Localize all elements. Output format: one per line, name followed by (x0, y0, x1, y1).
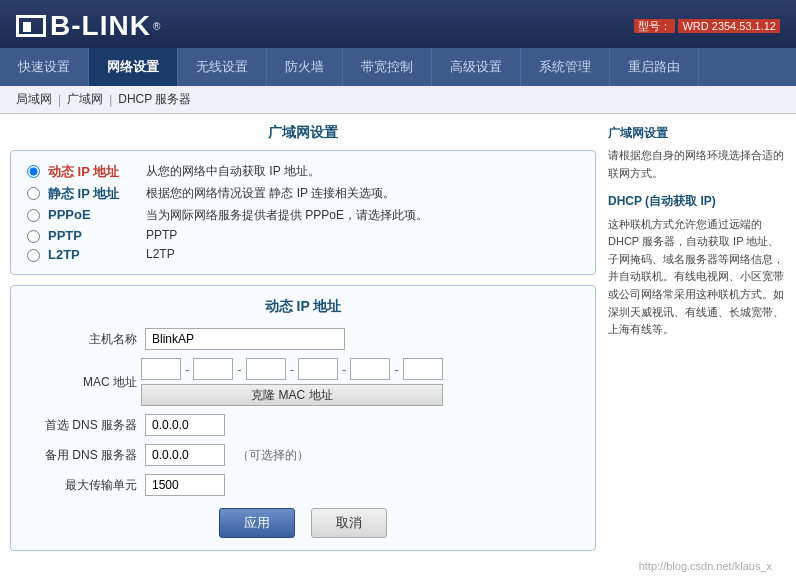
nav-advanced-settings[interactable]: 高级设置 (432, 48, 521, 86)
mac-sep-2: - (237, 362, 241, 377)
nav-quick-setup[interactable]: 快速设置 (0, 48, 89, 86)
mac-fields: - - - - - (141, 358, 443, 380)
header-info: 型号： WRD 2354.53.1.12 (634, 19, 780, 34)
breadcrumb: 局域网 | 广域网 | DHCP 服务器 (0, 86, 796, 114)
hostname-label: 主机名称 (27, 331, 137, 348)
header: B-LINK ® 型号： WRD 2354.53.1.12 (0, 0, 796, 48)
logo-text: B-LINK (50, 10, 151, 42)
breadcrumb-lan[interactable]: 局域网 (16, 91, 52, 108)
mac-field-3[interactable] (246, 358, 286, 380)
mac-row: MAC 地址 - - - - - 克隆 M (27, 358, 579, 406)
sidebar-title-wan: 广域网设置 (608, 124, 786, 143)
device-model: WRD 2354.53.1.12 (678, 19, 780, 33)
nav-bandwidth-control[interactable]: 带宽控制 (343, 48, 432, 86)
nav-reboot[interactable]: 重启路由 (610, 48, 699, 86)
dynamic-ip-section: 动态 IP 地址 主机名称 MAC 地址 - - - (10, 285, 596, 551)
primary-dns-label: 首选 DNS 服务器 (27, 417, 137, 434)
wan-label-dynamic-ip: 动态 IP 地址 (48, 163, 138, 181)
sidebar-title-dhcp: DHCP (自动获取 IP) (608, 192, 786, 211)
dynamic-ip-title: 动态 IP 地址 (27, 298, 579, 316)
main-content: 广域网设置 动态 IP 地址 从您的网络中自动获取 IP 地址。 静态 IP 地… (0, 114, 796, 561)
secondary-dns-input[interactable] (145, 444, 225, 466)
wan-option-l2tp: L2TP L2TP (27, 247, 579, 262)
wan-label-pptp: PPTP (48, 228, 138, 243)
wan-desc-pptp: PPTP (146, 228, 177, 242)
wan-desc-dynamic-ip: 从您的网络中自动获取 IP 地址。 (146, 163, 320, 180)
footer-url: http://blog.csdn.net/klaus_x (639, 560, 772, 572)
nav-system-management[interactable]: 系统管理 (521, 48, 610, 86)
wan-radio-l2tp[interactable] (27, 249, 40, 262)
mac-field-1[interactable] (141, 358, 181, 380)
wan-radio-static-ip[interactable] (27, 187, 40, 200)
mac-label: MAC 地址 (27, 374, 137, 391)
wan-label-static-ip: 静态 IP 地址 (48, 185, 138, 203)
sidebar-text-dhcp: 这种联机方式允许您通过远端的 DHCP 服务器，自动获取 IP 地址、子网掩码、… (608, 216, 786, 339)
nav-wireless-settings[interactable]: 无线设置 (178, 48, 267, 86)
wan-option-pppoe: PPPoE 当为网际网络服务提供者提供 PPPoE，请选择此项。 (27, 207, 579, 224)
hostname-input[interactable] (145, 328, 345, 350)
breadcrumb-wan[interactable]: 广域网 (67, 91, 103, 108)
nav-network-settings[interactable]: 网络设置 (89, 48, 178, 86)
device-label: 型号： (634, 19, 675, 33)
left-panel: 广域网设置 动态 IP 地址 从您的网络中自动获取 IP 地址。 静态 IP 地… (10, 124, 596, 551)
footer: http://blog.csdn.net/klaus_x (623, 556, 788, 576)
mtu-input[interactable] (145, 474, 225, 496)
secondary-dns-label: 备用 DNS 服务器 (27, 447, 137, 464)
mac-field-4[interactable] (298, 358, 338, 380)
nav-firewall[interactable]: 防火墙 (267, 48, 343, 86)
wan-desc-pppoe: 当为网际网络服务提供者提供 PPPoE，请选择此项。 (146, 207, 428, 224)
wan-option-pptp: PPTP PPTP (27, 228, 579, 243)
wan-desc-l2tp: L2TP (146, 247, 175, 261)
breadcrumb-sep-2: | (109, 93, 112, 107)
primary-dns-row: 首选 DNS 服务器 (27, 414, 579, 436)
logo: B-LINK ® (16, 10, 160, 42)
wan-label-pppoe: PPPoE (48, 207, 138, 222)
mac-sep-4: - (342, 362, 346, 377)
clone-mac-button[interactable]: 克隆 MAC 地址 (141, 384, 443, 406)
sidebar-text-wan: 请根据您自身的网络环境选择合适的联网方式。 (608, 147, 786, 182)
mtu-label: 最大传输单元 (27, 477, 137, 494)
mac-sep-3: - (290, 362, 294, 377)
breadcrumb-dhcp: DHCP 服务器 (118, 91, 191, 108)
wan-settings-title: 广域网设置 (10, 124, 596, 142)
wan-label-l2tp: L2TP (48, 247, 138, 262)
primary-dns-input[interactable] (145, 414, 225, 436)
mac-field-5[interactable] (350, 358, 390, 380)
wan-radio-pptp[interactable] (27, 230, 40, 243)
wan-radio-group: 动态 IP 地址 从您的网络中自动获取 IP 地址。 静态 IP 地址 根据您的… (27, 163, 579, 262)
wan-radio-pppoe[interactable] (27, 209, 40, 222)
hostname-row: 主机名称 (27, 328, 579, 350)
action-row: 应用 取消 (27, 508, 579, 538)
right-sidebar: 广域网设置 请根据您自身的网络环境选择合适的联网方式。 DHCP (自动获取 I… (596, 124, 786, 551)
wan-radio-dynamic-ip[interactable] (27, 165, 40, 178)
secondary-dns-note: （可选择的） (237, 447, 309, 464)
mac-field-2[interactable] (193, 358, 233, 380)
secondary-dns-row: 备用 DNS 服务器 （可选择的） (27, 444, 579, 466)
wan-settings-box: 动态 IP 地址 从您的网络中自动获取 IP 地址。 静态 IP 地址 根据您的… (10, 150, 596, 275)
mtu-row: 最大传输单元 (27, 474, 579, 496)
mac-inputs: - - - - - 克隆 MAC 地址 (141, 358, 443, 406)
wan-option-dynamic-ip: 动态 IP 地址 从您的网络中自动获取 IP 地址。 (27, 163, 579, 181)
wan-desc-static-ip: 根据您的网络情况设置 静态 IP 连接相关选项。 (146, 185, 395, 202)
mac-field-6[interactable] (403, 358, 443, 380)
breadcrumb-sep-1: | (58, 93, 61, 107)
cancel-button[interactable]: 取消 (311, 508, 387, 538)
mac-sep-1: - (185, 362, 189, 377)
mac-sep-5: - (394, 362, 398, 377)
navigation: 快速设置 网络设置 无线设置 防火墙 带宽控制 高级设置 系统管理 重启路由 (0, 48, 796, 86)
apply-button[interactable]: 应用 (219, 508, 295, 538)
logo-icon (16, 15, 46, 37)
trademark: ® (153, 21, 160, 32)
wan-option-static-ip: 静态 IP 地址 根据您的网络情况设置 静态 IP 连接相关选项。 (27, 185, 579, 203)
